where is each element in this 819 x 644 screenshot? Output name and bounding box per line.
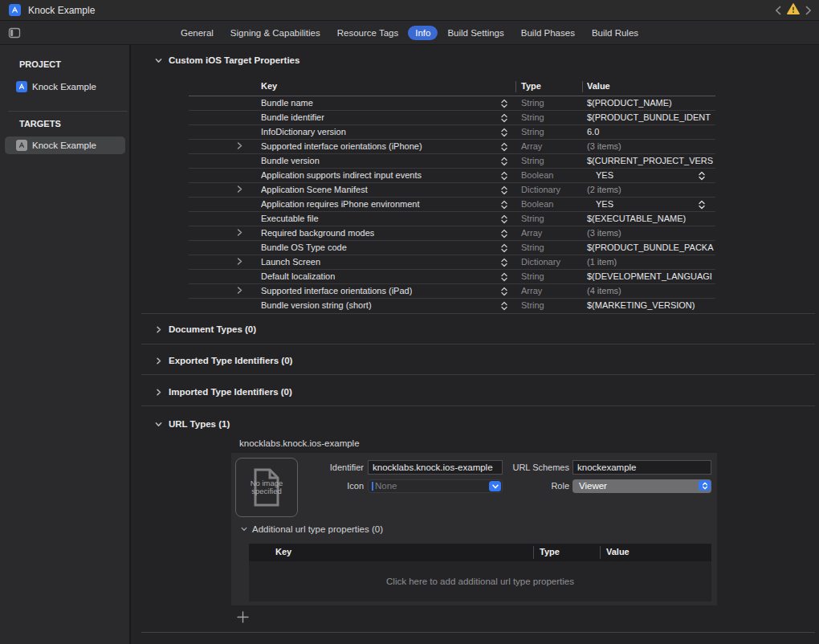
- toolbar: GeneralSigning & CapabilitiesResource Ta…: [0, 21, 819, 45]
- column-type: Type: [540, 547, 560, 556]
- section-imported-type-identifiers[interactable]: Imported Type Identifiers (0): [155, 385, 292, 398]
- additional-properties-table: Key Type Value Click here to add additio…: [249, 544, 711, 601]
- property-type: Array: [521, 226, 542, 241]
- tab[interactable]: Signing & Capabilities: [223, 26, 328, 40]
- tab[interactable]: General: [173, 26, 221, 40]
- role-popup-button[interactable]: Viewer: [572, 479, 711, 493]
- disclosure-chevron-icon[interactable]: [237, 284, 242, 299]
- project-icon: [16, 81, 27, 92]
- chevron-down-icon: [241, 526, 247, 532]
- window-title: Knock Example: [28, 5, 95, 16]
- property-value: 6.0: [587, 125, 715, 140]
- property-key: Launch Screen: [261, 255, 320, 270]
- add-property-hint: Click here to add additional url type pr…: [386, 577, 574, 586]
- property-row[interactable]: Executable file String $(EXECUTABLE_NAME…: [189, 212, 715, 226]
- property-key: Bundle version: [261, 154, 320, 169]
- additional-properties-header[interactable]: Additional url type properties (0): [241, 524, 383, 535]
- section-title: Exported Type Identifiers (0): [169, 356, 292, 365]
- popup-stepper-icon: [699, 480, 711, 491]
- property-key: Bundle name: [261, 96, 313, 111]
- disclosure-chevron-icon[interactable]: [237, 140, 242, 154]
- property-row[interactable]: InfoDictionary version String 6.0: [189, 125, 715, 140]
- property-key: Required background modes: [261, 226, 374, 241]
- property-value: $(MARKETING_VERSION): [587, 299, 715, 313]
- warning-icon[interactable]: [787, 3, 800, 18]
- url-type-item-name: knocklabs.knock.ios-example: [239, 438, 360, 448]
- additional-properties-title: Additional url type properties (0): [252, 524, 383, 534]
- chevron-right-icon: [155, 389, 162, 396]
- property-row[interactable]: Bundle identifier String $(PRODUCT_BUNDL…: [189, 111, 715, 125]
- back-button[interactable]: [775, 6, 781, 15]
- url-type-editor: No image specified Identifier URL Scheme…: [231, 453, 717, 605]
- custom-properties-table: Key Type Value Bundle name: [189, 78, 715, 313]
- disclosure-chevron-icon[interactable]: [237, 255, 242, 270]
- disclosure-chevron-icon[interactable]: [237, 226, 242, 241]
- property-row[interactable]: Bundle version string (short) String $(M…: [189, 299, 715, 313]
- property-key: Application supports indirect input even…: [261, 169, 422, 183]
- table-body: Bundle name String $(PRODUCT_NAME): [189, 96, 715, 313]
- url-schemes-field[interactable]: [572, 460, 711, 475]
- property-value: $(PRODUCT_BUNDLE_PACKA: [587, 241, 715, 255]
- icon-combobox[interactable]: None: [368, 479, 503, 493]
- tab[interactable]: Build Rules: [585, 26, 646, 40]
- property-type: String: [521, 212, 544, 226]
- property-type: Boolean: [521, 198, 553, 212]
- property-type: String: [521, 299, 544, 313]
- property-row[interactable]: Default localization String $(DEVELOPMEN…: [189, 270, 715, 284]
- property-row[interactable]: Launch Screen Dictionary (1 item): [189, 255, 715, 270]
- section-divider: [141, 406, 815, 406]
- sidebar-item-target[interactable]: Knock Example: [5, 137, 125, 154]
- section-url-types[interactable]: URL Types (1): [155, 418, 230, 430]
- section-exported-type-identifiers[interactable]: Exported Type Identifiers (0): [155, 354, 292, 367]
- property-row[interactable]: Supported interface orientations (iPad) …: [189, 284, 715, 299]
- property-type: String: [521, 270, 544, 284]
- chevron-right-icon: [155, 357, 162, 365]
- property-row[interactable]: Application Scene Manifest Dictionary (2…: [189, 183, 715, 198]
- section-custom-properties[interactable]: Custom iOS Target Properties: [155, 54, 299, 67]
- property-key: Supported interface orientations (iPhone…: [261, 140, 422, 154]
- property-row[interactable]: Application supports indirect input even…: [189, 169, 715, 183]
- tab[interactable]: Build Phases: [514, 26, 582, 40]
- section-title: URL Types (1): [169, 419, 230, 429]
- tab[interactable]: Build Settings: [440, 26, 511, 40]
- section-divider: [141, 374, 815, 375]
- property-value: (1 item): [587, 255, 715, 270]
- property-key: Supported interface orientations (iPad): [261, 284, 412, 299]
- column-separator: [515, 81, 516, 92]
- column-separator: [533, 546, 534, 559]
- property-value: (2 items): [587, 183, 715, 198]
- chevron-right-icon: [155, 326, 162, 333]
- sidebar-item-project[interactable]: Knock Example: [16, 79, 96, 95]
- sidebar: PROJECT Knock Example TARGETS Knock Exam…: [0, 45, 131, 644]
- section-document-types[interactable]: Document Types (0): [155, 323, 256, 336]
- property-row[interactable]: Bundle version String $(CURRENT_PROJECT_…: [189, 154, 715, 169]
- tab-bar: GeneralSigning & CapabilitiesResource Ta…: [173, 21, 646, 45]
- xcode-window: Knock Example GeneralSigning & Capabilit…: [0, 0, 819, 644]
- tab[interactable]: Info: [408, 26, 438, 40]
- property-key: Application requires iPhone environment: [261, 198, 420, 212]
- target-icon: [16, 140, 27, 151]
- combo-dropdown-icon[interactable]: [489, 481, 501, 491]
- property-row[interactable]: Bundle name String $(PRODUCT_NAME): [189, 96, 715, 111]
- property-value: $(PRODUCT_BUNDLE_IDENT: [587, 111, 715, 125]
- property-row[interactable]: Supported interface orientations (iPhone…: [189, 140, 715, 154]
- property-row[interactable]: Application requires iPhone environment …: [189, 198, 715, 212]
- property-type: Array: [521, 284, 542, 299]
- targets-section-label: TARGETS: [19, 119, 61, 128]
- add-property-hint-row[interactable]: Click here to add additional url type pr…: [249, 561, 711, 601]
- add-url-type-button[interactable]: [236, 610, 249, 623]
- sidebar-divider: [8, 111, 128, 112]
- disclosure-chevron-icon[interactable]: [237, 183, 242, 198]
- section-divider: [141, 313, 815, 314]
- column-separator: [600, 546, 601, 559]
- project-name: Knock Example: [32, 82, 96, 92]
- tab[interactable]: Resource Tags: [330, 26, 406, 40]
- identifier-label: Identifier: [279, 460, 364, 475]
- section-title: Document Types (0): [169, 324, 256, 334]
- property-row[interactable]: Bundle OS Type code String $(PRODUCT_BUN…: [189, 241, 715, 255]
- identifier-field[interactable]: [368, 460, 503, 475]
- url-schemes-label: URL Schemes: [501, 460, 569, 475]
- sidebar-toggle-icon[interactable]: [8, 26, 21, 39]
- forward-button[interactable]: [805, 6, 812, 15]
- property-row[interactable]: Required background modes Array (3 items…: [189, 226, 715, 241]
